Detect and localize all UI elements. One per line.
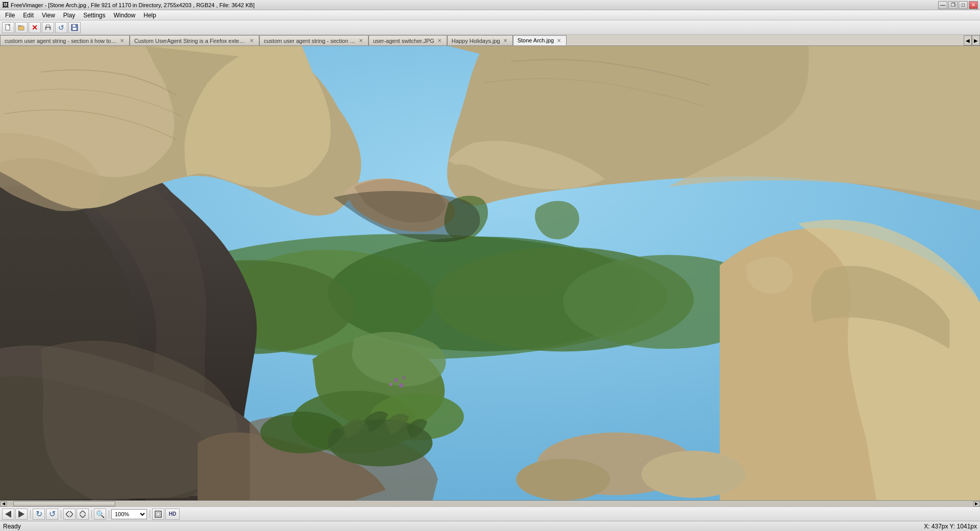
zoom-in-button[interactable]: 🔍 xyxy=(94,509,106,520)
tab-0[interactable]: custom user agent string - section ii ho… xyxy=(0,35,130,45)
svg-point-23 xyxy=(399,383,403,388)
menu-play[interactable]: Play xyxy=(59,11,79,20)
title-text: FreeVimager - [Stone Arch.jpg , File 921… xyxy=(9,2,938,8)
toolbar: ✕ ↺ xyxy=(0,20,980,35)
tab-5[interactable]: Stone Arch.jpg ✕ xyxy=(513,35,567,45)
tab-close-1[interactable]: ✕ xyxy=(249,37,255,44)
menu-settings[interactable]: Settings xyxy=(79,11,109,20)
rotate-cw-button[interactable]: ↻ xyxy=(33,509,45,520)
flip-h-button[interactable] xyxy=(63,509,76,520)
svg-rect-32 xyxy=(157,513,160,516)
tab-label-5: Stone Arch.jpg xyxy=(518,37,554,43)
print-button[interactable] xyxy=(42,22,54,33)
tab-1[interactable]: Custom UserAgent String is a Firefox ext… xyxy=(130,35,259,45)
svg-point-21 xyxy=(402,376,405,379)
tab-scroll-right[interactable]: ▶ xyxy=(972,35,980,45)
tab-label-3: user-agent switcher.JPG xyxy=(373,38,434,44)
svg-point-22 xyxy=(389,383,393,386)
svg-marker-27 xyxy=(5,511,11,518)
new-button[interactable] xyxy=(2,22,14,33)
tab-close-5[interactable]: ✕ xyxy=(556,37,562,44)
status-ready-text: Ready xyxy=(3,523,21,530)
fit-window-button[interactable] xyxy=(152,509,164,520)
scrollbar-track[interactable] xyxy=(8,501,972,506)
tab-label-2: custom user agent string - section ii.JP… xyxy=(264,38,356,44)
stone-arch-image xyxy=(0,46,980,500)
svg-rect-5 xyxy=(46,28,50,30)
svg-marker-28 xyxy=(18,511,24,518)
tab-label-1: Custom UserAgent String is a Firefox ext… xyxy=(134,38,247,44)
status-bar: Ready X: 437px Y: 1041px xyxy=(0,521,980,531)
tab-bar: custom user agent string - section ii ho… xyxy=(0,35,980,46)
maximize-button[interactable]: □ xyxy=(959,1,968,9)
svg-rect-31 xyxy=(155,511,161,517)
tab-scroll-left[interactable]: ◀ xyxy=(964,35,972,45)
menu-view[interactable]: View xyxy=(38,11,59,20)
tab-3[interactable]: user-agent switcher.JPG ✕ xyxy=(369,35,447,45)
image-area xyxy=(0,46,980,500)
menu-help[interactable]: Help xyxy=(139,11,160,20)
tab-label-4: Happy Holidays.jpg xyxy=(452,38,500,44)
scrollbar-thumb[interactable] xyxy=(13,501,115,506)
svg-rect-7 xyxy=(72,25,76,27)
restore-button[interactable]: ❐ xyxy=(948,1,958,9)
minimize-button[interactable]: — xyxy=(938,1,947,9)
rotate-ccw-button[interactable]: ↺ xyxy=(55,22,67,33)
svg-rect-2 xyxy=(18,26,21,27)
tab-close-4[interactable]: ✕ xyxy=(502,37,508,44)
close-file-button[interactable]: ✕ xyxy=(29,22,41,33)
flip-v-button[interactable] xyxy=(77,509,89,520)
tab-close-0[interactable]: ✕ xyxy=(119,37,125,44)
close-button[interactable]: ✕ xyxy=(969,1,978,9)
prev-image-button[interactable] xyxy=(2,509,14,520)
svg-point-25 xyxy=(642,451,746,498)
svg-rect-4 xyxy=(46,25,50,27)
menu-edit[interactable]: Edit xyxy=(19,11,38,20)
scroll-right-arrow[interactable]: ▶ xyxy=(973,501,980,506)
save-button[interactable] xyxy=(68,22,81,33)
scroll-left-arrow[interactable]: ◀ xyxy=(0,501,7,506)
tab-close-3[interactable]: ✕ xyxy=(436,37,443,44)
bottom-toolbar: ↻ ↺ 🔍 25% 50% 75% 100% 150% 200% 400% HD xyxy=(0,506,980,521)
tab-2[interactable]: custom user agent string - section ii.JP… xyxy=(259,35,369,45)
tab-close-2[interactable]: ✕ xyxy=(358,37,364,44)
svg-point-26 xyxy=(516,458,610,500)
menu-window[interactable]: Window xyxy=(110,11,140,20)
app-icon: 🖼 xyxy=(2,1,9,9)
next-image-button[interactable] xyxy=(15,509,28,520)
zoom-select[interactable]: 25% 50% 75% 100% 150% 200% 400% xyxy=(111,509,147,519)
svg-rect-8 xyxy=(72,28,77,30)
hd-button[interactable]: HD xyxy=(165,509,180,520)
tab-4[interactable]: Happy Holidays.jpg ✕ xyxy=(447,35,513,45)
title-bar: 🖼 FreeVimager - [Stone Arch.jpg , File 9… xyxy=(0,0,980,10)
open-button[interactable] xyxy=(15,22,28,33)
tab-label-0: custom user agent string - section ii ho… xyxy=(5,38,117,44)
horizontal-scrollbar: ◀ ▶ xyxy=(0,500,980,506)
menu-bar: File Edit View Play Settings Window Help xyxy=(0,10,980,20)
title-bar-controls: — ❐ □ ✕ xyxy=(938,1,978,9)
rotate-ccw-toolbar-button[interactable]: ↺ xyxy=(46,509,58,520)
menu-file[interactable]: File xyxy=(1,11,19,20)
svg-point-20 xyxy=(394,378,398,382)
coordinates-display: X: 437px Y: 1041px xyxy=(924,523,977,530)
